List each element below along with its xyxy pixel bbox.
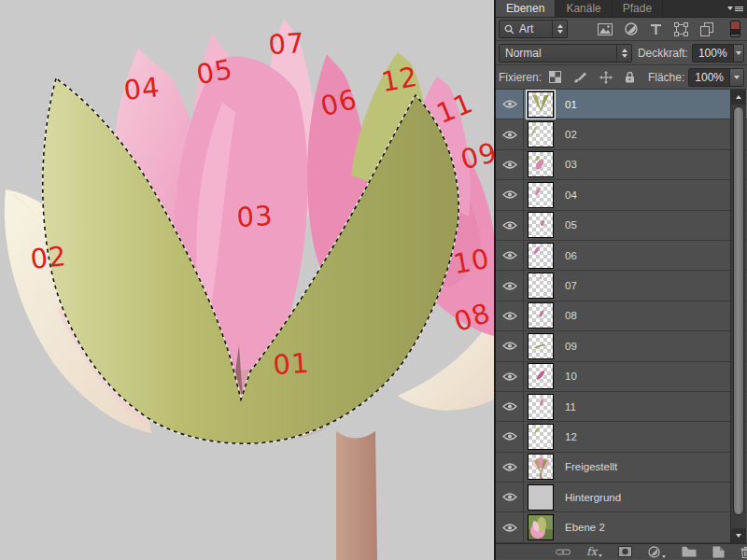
visibility-toggle[interactable] (496, 512, 524, 541)
visibility-toggle[interactable] (496, 211, 524, 240)
opacity-dropdown-button[interactable] (733, 45, 743, 62)
fill-field[interactable]: 100% (688, 68, 744, 87)
filter-adjustment-icon[interactable] (625, 22, 638, 35)
visibility-toggle[interactable] (496, 483, 524, 511)
visibility-toggle[interactable] (496, 422, 524, 451)
layer-row-03[interactable]: 03 (496, 150, 747, 180)
lock-label: Fixieren: (499, 71, 542, 84)
fill-value: 100% (689, 69, 729, 86)
blend-mode-dropdown[interactable]: Normal (499, 44, 632, 63)
layer-thumbnail[interactable] (528, 273, 554, 299)
layer-row-05[interactable]: 05 (496, 211, 747, 241)
visibility-toggle[interactable] (496, 331, 524, 360)
layer-thumbnail[interactable] (528, 243, 554, 269)
new-group-folder-button[interactable] (682, 546, 697, 557)
layer-row-ebene2[interactable]: Ebene 2 (496, 512, 747, 542)
layer-thumbnail[interactable] (528, 424, 554, 450)
layer-row-freigestellt[interactable]: Freigestellt (496, 453, 747, 483)
lock-pixels-brush-icon[interactable] (573, 71, 587, 83)
layer-row-02[interactable]: 02 (496, 119, 747, 149)
document-canvas[interactable]: 01 02 03 04 05 06 07 08 09 10 11 12 (0, 0, 494, 560)
visibility-toggle[interactable] (496, 180, 524, 209)
layer-name: Ebene 2 (565, 522, 605, 533)
visibility-toggle[interactable] (496, 241, 524, 270)
layer-thumbnail[interactable] (528, 484, 554, 511)
panel-bottom-bar: fx (496, 543, 747, 559)
layer-thumbnail[interactable] (528, 182, 554, 208)
lock-icons (549, 71, 635, 84)
blend-mode-value: Normal (505, 47, 542, 60)
new-adjustment-layer-button[interactable] (648, 546, 666, 558)
photoshop-window: 01 02 03 04 05 06 07 08 09 10 11 12 Eben… (0, 0, 747, 560)
opacity-field[interactable]: 100% (692, 44, 744, 63)
lock-all-padlock-icon[interactable] (625, 71, 635, 83)
layer-row-08[interactable]: 08 (496, 301, 747, 331)
layer-thumbnail[interactable] (528, 454, 554, 480)
chevron-down-icon (599, 554, 602, 557)
panel-menu-icon[interactable] (723, 0, 747, 17)
layer-row-07[interactable]: 07 (496, 271, 747, 301)
opacity-value: 100% (693, 45, 733, 62)
layer-thumbnail[interactable] (528, 363, 554, 389)
visibility-toggle[interactable] (496, 392, 524, 421)
stem (336, 431, 377, 560)
layer-thumbnail[interactable] (528, 212, 554, 238)
scroll-up-icon (736, 95, 741, 99)
layer-thumbnail[interactable] (528, 151, 554, 177)
add-layer-mask-button[interactable] (618, 546, 632, 557)
tab-ebenen[interactable]: Ebenen (496, 0, 556, 17)
new-layer-button[interactable] (712, 546, 725, 558)
layer-name: 02 (565, 129, 577, 140)
scroll-down-button[interactable] (731, 528, 746, 543)
layer-row-12[interactable]: 12 (496, 422, 747, 452)
filter-smart-object-icon[interactable] (700, 22, 713, 36)
visibility-toggle[interactable] (496, 119, 524, 148)
layer-thumbnail[interactable] (528, 514, 554, 540)
layer-name: Freigestellt (565, 461, 617, 472)
visibility-toggle[interactable] (496, 362, 524, 391)
visibility-toggle[interactable] (496, 271, 524, 300)
filter-kind-dropdown[interactable]: Art (499, 20, 568, 38)
layer-row-01[interactable]: 01 (496, 90, 747, 119)
tab-pfade[interactable]: Pfade (613, 0, 663, 17)
layer-style-fx-button[interactable]: fx (586, 546, 602, 557)
opacity-label: Deckkraft: (638, 47, 688, 60)
layer-thumbnail[interactable] (528, 91, 554, 118)
layer-name: 12 (565, 431, 577, 442)
visibility-toggle[interactable] (496, 301, 524, 330)
layer-thumbnail[interactable] (528, 121, 554, 147)
visibility-toggle[interactable] (496, 453, 524, 482)
filter-row: Art (496, 18, 747, 41)
delete-layer-trash-button[interactable] (740, 546, 747, 558)
flower-image (0, 0, 494, 560)
scroll-up-button[interactable] (731, 90, 746, 105)
layer-row-04[interactable]: 04 (496, 180, 747, 210)
fill-label: Fläche: (648, 71, 684, 84)
tab-kanaele[interactable]: Kanäle (556, 0, 612, 17)
layer-row-06[interactable]: 06 (496, 241, 747, 271)
layer-thumbnail[interactable] (528, 333, 554, 359)
layer-name: 08 (565, 310, 577, 321)
layer-row-09[interactable]: 09 (496, 331, 747, 361)
filter-type-icon[interactable] (650, 23, 662, 35)
updown-arrows-icon (616, 45, 631, 62)
layer-row-10[interactable]: 10 (496, 362, 747, 392)
layer-name: 07 (565, 280, 577, 291)
visibility-toggle[interactable] (496, 150, 524, 179)
updown-arrows-icon (552, 21, 567, 37)
fill-dropdown-button[interactable] (729, 69, 743, 86)
layer-row-hintergrund[interactable]: Hintergrund (496, 483, 747, 512)
search-icon (504, 24, 514, 35)
visibility-toggle[interactable] (496, 90, 524, 119)
filter-shape-icon[interactable] (674, 22, 688, 36)
filter-toggle-switch[interactable] (730, 21, 740, 37)
lock-transparency-icon[interactable] (549, 71, 561, 83)
scrollbar-thumb[interactable] (733, 106, 744, 515)
lock-position-move-icon[interactable] (599, 71, 613, 84)
layer-thumbnail[interactable] (528, 302, 554, 329)
layer-name: 05 (565, 219, 577, 231)
layer-thumbnail[interactable] (528, 394, 554, 420)
layer-row-11[interactable]: 11 (496, 392, 747, 422)
link-layers-icon[interactable] (556, 548, 571, 556)
filter-image-icon[interactable] (598, 23, 613, 35)
